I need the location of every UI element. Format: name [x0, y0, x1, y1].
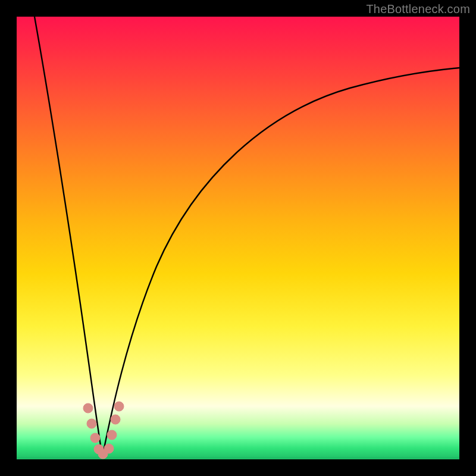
marker-dot [87, 419, 96, 428]
right-branch-curve [102, 68, 459, 457]
marker-dot [90, 433, 100, 443]
left-branch-curve [35, 17, 102, 457]
marker-dot [111, 415, 120, 424]
marker-cluster [83, 402, 124, 459]
curves-svg [17, 17, 459, 459]
chart-stage: TheBottleneck.com [0, 0, 476, 476]
marker-dot [114, 402, 124, 411]
marker-dot [107, 430, 117, 440]
plot-area [17, 17, 459, 459]
watermark-text: TheBottleneck.com [366, 2, 470, 16]
marker-dot [83, 403, 93, 413]
marker-dot [104, 444, 114, 453]
